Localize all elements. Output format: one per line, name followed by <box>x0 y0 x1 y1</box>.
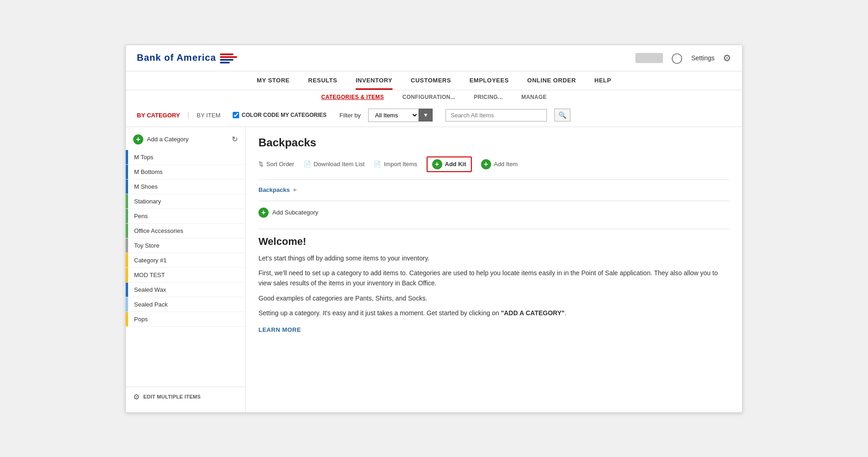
add-kit-plus-icon: + <box>432 159 442 169</box>
add-subcategory-label[interactable]: Add Subcategory <box>272 209 318 216</box>
main-nav: MY STORE RESULTS INVENTORY CUSTOMERS EMP… <box>126 71 742 90</box>
sort-order-button[interactable]: ⇅ Sort Order <box>258 161 294 168</box>
category-label: Sealed Wax <box>134 286 166 293</box>
category-list: M Tops M Bottoms M Shoes Stationary Pens <box>126 150 245 387</box>
category-label: Stationary <box>134 198 161 205</box>
add-item-label: Add Item <box>494 161 518 168</box>
category-label: MOD TEST <box>134 272 165 278</box>
color-code-check: COLOR CODE MY CATEGORIES <box>233 112 327 118</box>
filter-select-wrap: All Items Active Inactive ▼ <box>368 109 433 122</box>
list-item[interactable]: Sealed Pack <box>126 297 245 312</box>
add-kit-button[interactable]: + Add Kit <box>427 156 472 172</box>
edit-multiple-bar[interactable]: ⚙ EDIT MULTIPLE ITEMS <box>126 387 245 407</box>
separator-3 <box>258 229 729 229</box>
sidebar: + Add a Category ↻ M Tops M Bottoms M Sh… <box>126 127 246 412</box>
sort-order-icon: ⇅ <box>258 161 264 168</box>
toolbar: BY CATEGORY | BY ITEM COLOR CODE MY CATE… <box>126 104 742 127</box>
nav-customers[interactable]: CUSTOMERS <box>411 77 451 90</box>
by-category-tab[interactable]: BY CATEGORY <box>137 112 180 119</box>
sub-nav-manage[interactable]: MANAGE <box>512 90 556 104</box>
sub-nav-configuration[interactable]: CONFIGURATION... <box>393 90 464 104</box>
import-items-button[interactable]: 📄 Import Items <box>374 161 417 168</box>
header: Bank of America ◯ Settings ⚙ <box>126 45 742 71</box>
breadcrumb: Backpacks ► <box>258 186 729 193</box>
nav-employees[interactable]: EMPLOYEES <box>469 77 509 90</box>
separator-2 <box>258 201 729 201</box>
list-item[interactable]: MOD TEST <box>126 268 245 283</box>
learn-more-link[interactable]: LEARN MORE <box>258 326 301 333</box>
logo-flag <box>220 52 237 64</box>
list-item[interactable]: M Bottoms <box>126 165 245 179</box>
list-item[interactable]: Pops <box>126 312 245 327</box>
avatar <box>635 53 663 63</box>
welcome-para4: Setting up a category. It's easy and it … <box>258 308 729 318</box>
sub-nav-pricing[interactable]: PRICING... <box>464 90 512 104</box>
download-icon: 📄 <box>304 161 311 168</box>
list-item[interactable]: M Tops <box>126 150 245 165</box>
welcome-para4-pre: Setting up a category. It's easy and it … <box>258 309 501 317</box>
toolbar-divider: | <box>188 111 189 119</box>
nav-inventory[interactable]: INVENTORY <box>356 77 393 90</box>
content: + Add a Category ↻ M Tops M Bottoms M Sh… <box>126 127 742 412</box>
color-code-label: COLOR CODE MY CATEGORIES <box>242 112 327 118</box>
category-label: Sealed Pack <box>134 301 168 308</box>
category-label: Pops <box>134 316 148 323</box>
app-window: Bank of America ◯ Settings ⚙ MY STORE RE… <box>125 45 743 413</box>
settings-label[interactable]: Settings <box>691 54 715 62</box>
welcome-para3: Good examples of categories are Pants, S… <box>258 293 729 303</box>
separator <box>258 179 729 180</box>
search-button[interactable]: 🔍 <box>554 109 570 121</box>
welcome-para1: Let's start things off by adding some it… <box>258 253 729 263</box>
add-item-button[interactable]: + Add Item <box>481 159 518 169</box>
nav-online-order[interactable]: ONLINE ORDER <box>527 77 576 90</box>
category-label: Toy Store <box>134 242 159 249</box>
filter-select[interactable]: All Items Active Inactive <box>368 109 419 122</box>
sort-order-label: Sort Order <box>266 161 294 168</box>
import-label: Import Items <box>384 161 417 168</box>
main-content: Backpacks ⇅ Sort Order 📄 Download Item L… <box>246 127 742 412</box>
breadcrumb-arrow: ► <box>293 186 298 193</box>
download-label: Download Item List <box>314 161 365 168</box>
add-category-label[interactable]: Add a Category <box>147 136 188 143</box>
add-subcategory-icon[interactable]: + <box>258 208 269 218</box>
list-item[interactable]: Toy Store <box>126 238 245 253</box>
add-kit-label: Add Kit <box>445 161 466 168</box>
filter-dropdown-button[interactable]: ▼ <box>419 109 433 121</box>
list-item[interactable]: Stationary <box>126 194 245 209</box>
import-icon: 📄 <box>374 161 381 168</box>
sub-nav: CATEGORIES & ITEMS CONFIGURATION... PRIC… <box>126 90 742 104</box>
welcome-para4-bold: "ADD A CATEGORY" <box>501 309 564 317</box>
list-item[interactable]: M Shoes <box>126 179 245 194</box>
refresh-icon[interactable]: ↻ <box>232 135 238 144</box>
category-label: Pens <box>134 213 148 220</box>
sidebar-add-area: + Add a Category ↻ <box>126 133 245 150</box>
nav-my-store[interactable]: MY STORE <box>257 77 289 90</box>
nav-results[interactable]: RESULTS <box>308 77 337 90</box>
welcome-para2: First, we'll need to set up a category t… <box>258 268 729 289</box>
list-item[interactable]: Category #1 <box>126 253 245 268</box>
breadcrumb-backpacks[interactable]: Backpacks <box>258 186 290 193</box>
list-item[interactable]: Pens <box>126 209 245 224</box>
category-label: M Shoes <box>134 183 158 190</box>
welcome-section: Welcome! Let's start things off by addin… <box>258 236 729 334</box>
category-label: M Tops <box>134 154 153 161</box>
sub-nav-categories[interactable]: CATEGORIES & ITEMS <box>312 90 393 104</box>
list-item[interactable]: Sealed Wax <box>126 283 245 297</box>
category-label: M Bottoms <box>134 168 163 175</box>
add-category-icon[interactable]: + <box>133 134 143 145</box>
category-label: Office Accessories <box>134 227 183 234</box>
by-item-tab[interactable]: BY ITEM <box>197 112 221 119</box>
color-code-checkbox[interactable] <box>233 112 239 118</box>
download-list-button[interactable]: 📄 Download Item List <box>304 161 365 168</box>
welcome-title: Welcome! <box>258 236 729 248</box>
page-title: Backpacks <box>258 136 729 149</box>
nav-help[interactable]: HELP <box>594 77 611 90</box>
logo-text: Bank of America <box>137 52 216 63</box>
search-input[interactable] <box>446 109 547 121</box>
filter-by-label: Filter by <box>340 112 361 119</box>
add-subcategory-bar: + Add Subcategory <box>258 208 729 218</box>
add-item-plus-icon: + <box>481 159 491 169</box>
header-right: ◯ Settings ⚙ <box>635 52 731 64</box>
gear-icon[interactable]: ⚙ <box>723 52 731 64</box>
list-item[interactable]: Office Accessories <box>126 224 245 238</box>
